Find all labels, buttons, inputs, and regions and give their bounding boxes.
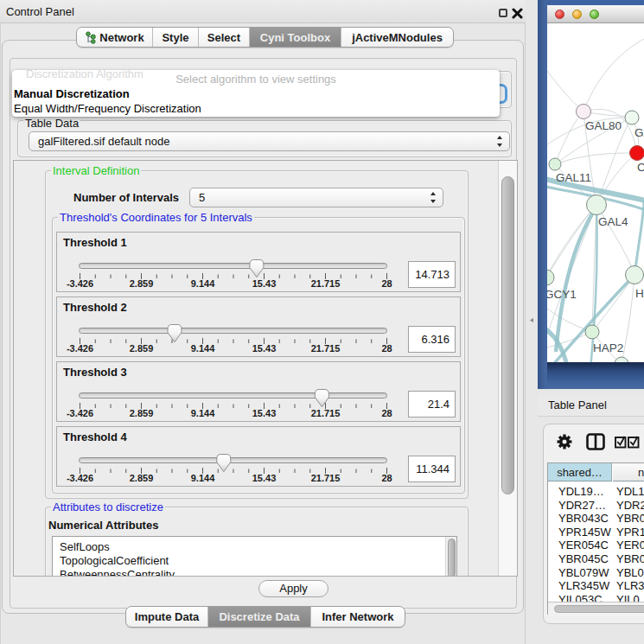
svg-text:28: 28: [381, 408, 392, 418]
svg-text:21.715: 21.715: [311, 408, 341, 418]
svg-text:-3.426: -3.426: [67, 473, 93, 483]
svg-text:-3.426: -3.426: [67, 343, 93, 354]
svg-text:-3.426: -3.426: [67, 278, 93, 289]
svg-text:HAP2: HAP2: [593, 341, 623, 354]
svg-text:15.43: 15.43: [252, 473, 277, 483]
svg-text:15.43: 15.43: [252, 408, 277, 418]
svg-text:9.144: 9.144: [191, 473, 215, 483]
svg-text:15.43: 15.43: [252, 278, 277, 289]
svg-text:9.144: 9.144: [191, 278, 215, 289]
svg-text:HA: HA: [635, 287, 644, 300]
svg-text:28: 28: [381, 473, 392, 483]
svg-text:GAL4: GAL4: [598, 215, 628, 228]
svg-text:21.715: 21.715: [311, 343, 341, 354]
svg-text:2.859: 2.859: [130, 408, 154, 418]
svg-text:28: 28: [381, 278, 392, 289]
svg-text:28: 28: [381, 343, 392, 354]
svg-text:GAL80: GAL80: [585, 119, 622, 132]
svg-text:21.715: 21.715: [311, 278, 341, 289]
svg-text:2.859: 2.859: [130, 278, 154, 289]
svg-text:-3.426: -3.426: [67, 408, 93, 418]
svg-text:15.43: 15.43: [252, 343, 277, 354]
svg-text:CR: CR: [637, 161, 644, 174]
svg-text:9.144: 9.144: [191, 343, 215, 354]
svg-text:9.144: 9.144: [191, 408, 215, 418]
svg-text:21.715: 21.715: [311, 473, 341, 483]
svg-text:GCY1: GCY1: [547, 288, 577, 301]
svg-text:2.859: 2.859: [130, 473, 154, 483]
svg-text:2.859: 2.859: [130, 343, 154, 354]
svg-text:GAL11: GAL11: [556, 171, 591, 184]
svg-text:GA: GA: [634, 126, 644, 139]
